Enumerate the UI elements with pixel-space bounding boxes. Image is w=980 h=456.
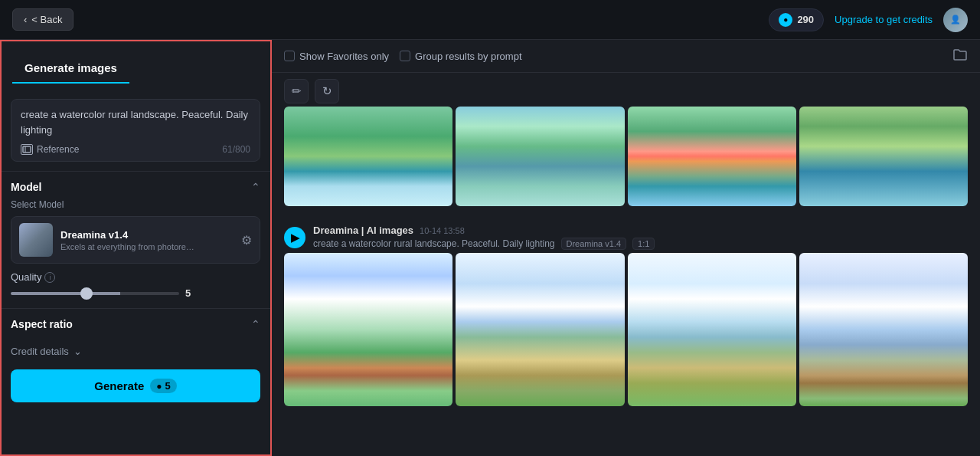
model-thumb-image xyxy=(19,223,53,257)
model-card[interactable]: Dreamina v1.4 Excels at everything from … xyxy=(11,216,260,264)
quality-label: Quality i xyxy=(11,271,260,283)
generate-credits-value: 5 xyxy=(165,380,171,392)
aspect-ratio-title: Aspect ratio xyxy=(11,318,73,330)
quality-slider-wrap: 5 xyxy=(11,287,260,299)
sidebar-title: Generate images xyxy=(12,51,129,84)
image-7[interactable] xyxy=(628,253,796,406)
image-1[interactable] xyxy=(284,107,452,206)
quality-info-icon[interactable]: i xyxy=(44,272,55,283)
model-thumbnail xyxy=(19,223,53,257)
prompt-text: create a watercolor rural landscape. Pea… xyxy=(21,107,250,138)
toolbar-left: Show Favorites only Group results by pro… xyxy=(284,51,522,62)
image-group-2: ▶ Dreamina | AI images 10-14 13:58 creat… xyxy=(284,218,968,406)
prompt-title-row: Dreamina | AI images 10-14 13:58 xyxy=(313,225,655,236)
credits-value: 290 xyxy=(797,14,814,25)
quality-section: Quality i 5 xyxy=(11,271,260,299)
prompt-info-row: ▶ Dreamina | AI images 10-14 13:58 creat… xyxy=(284,218,968,253)
content-area: Show Favorites only Group results by pro… xyxy=(272,40,980,456)
model-name: Dreamina v1.4 xyxy=(60,229,234,241)
char-count: 61/800 xyxy=(222,144,250,155)
model-section-title: Model xyxy=(11,181,41,193)
credit-details-chevron: ⌄ xyxy=(74,346,82,357)
image-6[interactable] xyxy=(456,253,624,406)
generate-credits-badge: ● 5 xyxy=(150,379,176,393)
back-label: < Back xyxy=(31,14,62,25)
sidebar: Generate images create a watercolor rura… xyxy=(0,40,272,456)
group-results-wrap[interactable]: Group results by prompt xyxy=(400,51,521,62)
credit-details-row[interactable]: Credit details ⌄ xyxy=(0,340,271,363)
aspect-ratio-section: Aspect ratio ⌃ xyxy=(0,308,271,340)
prompt-info-title: Dreamina | AI images xyxy=(313,225,413,236)
credit-details-label: Credit details xyxy=(11,346,69,357)
show-favorites-wrap[interactable]: Show Favorites only xyxy=(284,51,389,62)
prompt-footer: Reference 61/800 xyxy=(21,144,250,155)
action-row-1: ✏ ↻ xyxy=(284,73,968,107)
credits-icon: ● xyxy=(779,13,792,27)
prompt-text-info: create a watercolor rural landscape. Pea… xyxy=(313,238,555,249)
header-right: ● 290 Upgrade to get credits 👤 xyxy=(769,8,968,32)
edit-action-btn[interactable]: ✏ xyxy=(284,79,309,103)
model-section-header[interactable]: Model ⌃ xyxy=(11,181,260,193)
model-description: Excels at everything from photoreali... xyxy=(60,242,198,251)
select-model-label: Select Model xyxy=(11,199,260,210)
credits-badge: ● 290 xyxy=(769,8,824,31)
quality-value: 5 xyxy=(185,287,191,299)
back-icon: ‹ xyxy=(24,14,27,25)
prompt-content-row: create a watercolor rural landscape. Pea… xyxy=(313,238,655,250)
image-row-2 xyxy=(284,253,968,406)
content-toolbar: Show Favorites only Group results by pro… xyxy=(272,40,980,73)
image-4[interactable] xyxy=(799,107,968,206)
prompt-info-time: 10-14 13:58 xyxy=(420,226,465,235)
sidebar-title-wrap: Generate images xyxy=(0,40,271,90)
group-results-checkbox[interactable] xyxy=(400,51,410,61)
quality-slider[interactable] xyxy=(11,292,179,295)
generate-button[interactable]: Generate ● 5 xyxy=(11,369,260,402)
show-favorites-label: Show Favorites only xyxy=(299,51,389,62)
generate-label: Generate xyxy=(94,379,144,392)
aspect-chevron-icon: ⌃ xyxy=(251,318,260,330)
prompt-avatar-icon: ▶ xyxy=(291,231,299,244)
prompt-box[interactable]: create a watercolor rural landscape. Pea… xyxy=(11,99,260,162)
images-scroll[interactable]: ✏ ↻ ▶ Dreamina | xyxy=(272,73,980,456)
image-3[interactable] xyxy=(628,107,796,206)
main-layout: Generate images create a watercolor rura… xyxy=(0,40,980,456)
image-5[interactable] xyxy=(284,253,452,406)
avatar[interactable]: 👤 xyxy=(943,8,968,32)
app-header: ‹ < Back ● 290 Upgrade to get credits 👤 xyxy=(0,0,980,40)
svg-rect-0 xyxy=(23,146,31,153)
refresh-action-btn[interactable]: ↻ xyxy=(315,79,339,103)
upgrade-button[interactable]: Upgrade to get credits xyxy=(835,14,933,25)
image-8[interactable] xyxy=(799,253,968,406)
model-section: Model ⌃ Select Model Dreamina v1.4 Excel… xyxy=(0,171,271,308)
image-row-1 xyxy=(284,107,968,206)
model-settings-icon[interactable]: ⚙ xyxy=(241,233,252,248)
show-favorites-checkbox[interactable] xyxy=(284,51,295,61)
image-2[interactable] xyxy=(456,107,624,206)
ratio-tag: 1:1 xyxy=(632,238,655,250)
generate-credits-icon: ● xyxy=(156,381,162,392)
reference-label: Reference xyxy=(37,144,79,155)
reference-button[interactable]: Reference xyxy=(21,144,79,155)
group-results-label: Group results by prompt xyxy=(415,51,521,62)
prompt-info-text: Dreamina | AI images 10-14 13:58 create … xyxy=(313,225,655,250)
reference-icon xyxy=(21,144,33,155)
folder-icon[interactable] xyxy=(952,48,968,64)
back-button[interactable]: ‹ < Back xyxy=(12,8,74,31)
aspect-ratio-header[interactable]: Aspect ratio ⌃ xyxy=(11,318,260,330)
prompt-avatar: ▶ xyxy=(284,227,305,248)
model-info: Dreamina v1.4 Excels at everything from … xyxy=(60,229,234,251)
model-tag: Dreamina v1.4 xyxy=(561,238,627,250)
image-group-1: ✏ ↻ xyxy=(284,73,968,206)
model-chevron-icon: ⌃ xyxy=(251,181,260,193)
